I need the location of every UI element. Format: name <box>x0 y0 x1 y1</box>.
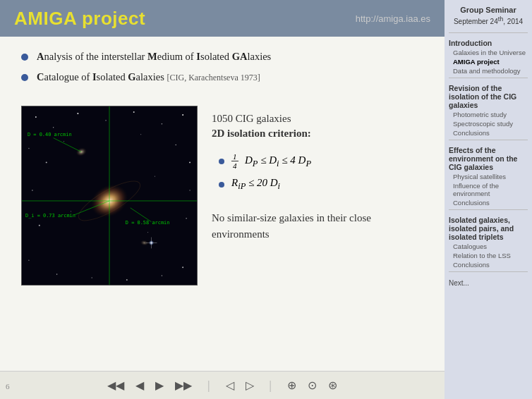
sidebar-item-amiga[interactable]: AMIGA project <box>453 58 528 66</box>
sidebar-divider-3 <box>449 140 528 140</box>
sidebar-item-galaxies[interactable]: Galaxies in the Universe <box>453 49 528 56</box>
sidebar-item-influence[interactable]: Influence of the environment <box>453 182 528 197</box>
nav-prev-button[interactable]: ◀ <box>133 377 147 393</box>
nav-search-button[interactable]: ⊙ <box>305 377 320 393</box>
svg-point-21 <box>162 275 163 276</box>
svg-text:D = 0.40 arcmin: D = 0.40 arcmin <box>28 132 72 137</box>
svg-point-7 <box>182 114 183 116</box>
svg-point-8 <box>28 148 29 149</box>
cig-count: 1050 CIG galaxies <box>212 113 423 125</box>
svg-point-17 <box>182 266 183 268</box>
slide-url: http://amiga.iaa.es <box>356 13 430 24</box>
svg-point-22 <box>64 141 64 142</box>
svg-point-20 <box>126 279 128 281</box>
nav-settings-button[interactable]: ⊛ <box>325 377 340 393</box>
slide-area: AMIGA project http://amiga.iaa.es Analys… <box>0 0 445 399</box>
page-number: 6 <box>6 382 10 391</box>
sidebar-item-physical[interactable]: Physical satellites <box>453 173 528 180</box>
svg-point-9 <box>46 161 47 163</box>
sidebar-section-introduction[interactable]: Introduction <box>449 39 528 47</box>
sidebar-section-revision[interactable]: Revision of the isolation of the CIG gal… <box>449 84 528 109</box>
svg-point-23 <box>140 134 141 135</box>
svg-point-16 <box>28 260 29 261</box>
formula-1: 14 DP ≤ Di ≤ 4 DP <box>231 152 311 170</box>
nav-next-button[interactable]: ▶ <box>152 377 167 393</box>
nav-section-prev-button[interactable]: ◁ <box>223 377 237 393</box>
svg-point-6 <box>162 123 163 125</box>
svg-point-13 <box>189 190 190 190</box>
sidebar-section-effects[interactable]: Effects of the environment on the CIG ga… <box>449 146 528 171</box>
main-content-row: D = 0.40 arcmin D_i = 0.73 arcmin D = 0.… <box>21 106 423 364</box>
sidebar-item-relation[interactable]: Relation to the LSS <box>453 252 528 259</box>
galaxy-image: D = 0.40 arcmin D_i = 0.73 arcmin D = 0.… <box>21 106 198 286</box>
nav-section-next-button[interactable]: ▷ <box>243 377 257 393</box>
sidebar-item-photometric[interactable]: Photometric study <box>453 111 528 118</box>
sidebar: Group Seminar September 24th, 2014 Intro… <box>445 0 532 399</box>
bullet-text-2: Catalogue of Isolated Galaxies [CIG, Kar… <box>37 71 260 83</box>
svg-point-2 <box>53 127 54 128</box>
sidebar-divider-2 <box>449 78 528 78</box>
svg-text:D_i = 0.73 arcmin: D_i = 0.73 arcmin <box>25 213 75 219</box>
bullet-dot-1 <box>21 54 28 61</box>
svg-point-14 <box>39 225 40 226</box>
svg-point-24 <box>155 176 155 177</box>
bullet-dot-2 <box>21 74 28 81</box>
nav-first-button[interactable]: ◀◀ <box>104 377 127 393</box>
svg-point-15 <box>186 218 187 219</box>
sidebar-item-spectroscopic[interactable]: Spectroscopic study <box>453 120 528 128</box>
slide-content: Analysis of the interstellar Medium of I… <box>0 37 445 371</box>
sidebar-section-isolated[interactable]: Isolated galaxies, isolated pairs, and i… <box>449 216 528 241</box>
sidebar-divider-5 <box>449 271 528 272</box>
sidebar-item-conclusions-1[interactable]: Conclusions <box>453 129 528 137</box>
math-item-2: RiP ≤ 20 Di <box>219 177 423 192</box>
sidebar-item-catalogues[interactable]: Catalogues <box>453 243 528 250</box>
cig-stats: 1050 CIG galaxies 2D isolation criterion… <box>212 113 423 142</box>
nav-last-button[interactable]: ▶▶ <box>172 377 195 393</box>
svg-text:D = 0.58 arcmin: D = 0.58 arcmin <box>126 220 170 226</box>
math-item-1: 14 DP ≤ Di ≤ 4 DP <box>219 152 423 170</box>
svg-point-25 <box>71 211 71 211</box>
math-bullet-2 <box>219 182 224 188</box>
sidebar-item-conclusions-3[interactable]: Conclusions <box>453 261 528 269</box>
bullet-text-1: Analysis of the interstellar Medium of I… <box>37 51 271 63</box>
math-bullet-1 <box>219 159 224 164</box>
sidebar-next[interactable]: Next... <box>449 279 528 287</box>
svg-point-12 <box>32 190 33 191</box>
bullet-item-1: Analysis of the interstellar Medium of I… <box>21 51 423 63</box>
isolation-criterion: 2D isolation criterion: <box>212 128 423 140</box>
svg-point-19 <box>92 277 92 278</box>
slide-header: AMIGA project http://amiga.iaa.es <box>0 0 445 37</box>
svg-point-4 <box>105 120 106 121</box>
svg-point-10 <box>175 145 176 146</box>
svg-point-26 <box>147 232 148 233</box>
slide-footer: ◀◀ ◀ ▶ ▶▶ | ◁ ▷ | ⊕ ⊙ ⊛ 6 <box>0 371 445 399</box>
svg-point-5 <box>133 111 135 113</box>
svg-point-1 <box>35 116 37 118</box>
svg-point-3 <box>77 113 78 114</box>
math-list: 14 DP ≤ Di ≤ 4 DP RiP ≤ 20 Di <box>219 152 423 199</box>
sidebar-item-data[interactable]: Data and methodology <box>453 67 528 75</box>
sidebar-date: September 24th, 2014 <box>449 16 528 25</box>
formula-2: RiP ≤ 20 Di <box>231 177 280 192</box>
svg-point-11 <box>189 161 191 163</box>
slide-title: AMIGA project <box>14 8 145 30</box>
bullet-list: Analysis of the interstellar Medium of I… <box>21 51 423 92</box>
bullet-item-2: Catalogue of Isolated Galaxies [CIG, Kar… <box>21 71 423 83</box>
sidebar-divider-1 <box>449 32 528 33</box>
no-similar-text: No similar-size galaxies in their close … <box>212 210 423 242</box>
nav-bookmark-button[interactable]: ⊕ <box>284 377 299 393</box>
sidebar-group-seminar: Group Seminar <box>449 6 528 14</box>
text-content: 1050 CIG galaxies 2D isolation criterion… <box>212 106 423 364</box>
sidebar-item-conclusions-2[interactable]: Conclusions <box>453 199 528 207</box>
svg-point-18 <box>56 274 58 275</box>
sidebar-divider-4 <box>449 209 528 210</box>
